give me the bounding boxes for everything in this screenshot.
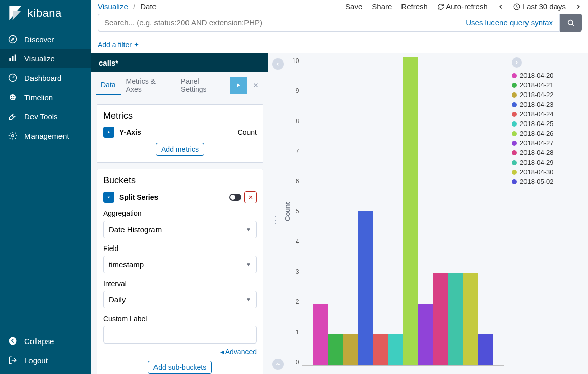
svg-point-8 [13,96,14,97]
dashboard-icon [8,73,17,82]
legend-item[interactable]: 2018-04-22 [512,90,580,100]
refresh-button[interactable]: Refresh [401,2,428,11]
discard-changes-button[interactable] [247,77,264,94]
chart-bar[interactable] [433,273,448,365]
legend-toggle-button[interactable] [512,57,522,68]
chart-bar[interactable] [358,211,373,365]
legend-color-dot [512,112,517,117]
breadcrumb: Visualize / Date [98,2,157,11]
sidebar-item-timelion[interactable]: Timelion [0,87,91,107]
sidebar-label: Dashboard [24,74,61,82]
custom-label-input[interactable] [103,326,257,344]
logo[interactable]: kibana [0,0,91,26]
sidebar-item-visualize[interactable]: Visualize [0,49,91,68]
tab-data[interactable]: Data [96,76,121,95]
share-button[interactable]: Share [372,2,392,11]
bucket-delete-button[interactable] [244,191,257,203]
search-input[interactable] [104,18,461,27]
metrics-title: Metrics [103,111,257,121]
chart-bar[interactable] [463,273,479,365]
svg-point-10 [9,337,17,345]
legend-color-dot [512,160,517,165]
add-filter-button[interactable]: Add a filter [98,41,139,49]
chevron-down-icon: ▼ [246,297,251,302]
main: Visualize / Date Save Share Refresh Auto… [91,0,588,374]
sidebar-item-discover[interactable]: Discover [0,29,91,49]
save-button[interactable]: Save [345,2,362,11]
legend-item[interactable]: 2018-04-28 [512,148,580,158]
index-pattern-title: calls* [91,53,268,72]
panel-collapse-left[interactable] [272,58,284,70]
config-body: Metrics Y-Axis Count Add metrics Buckets [91,99,268,374]
legend-item[interactable]: 2018-04-25 [512,119,580,129]
legend-item[interactable]: 2018-04-30 [512,167,580,177]
chart-bar[interactable] [313,304,328,365]
chart-bar[interactable] [328,334,343,365]
interval-select[interactable]: Daily ▼ [103,291,257,308]
gear-icon [8,131,17,140]
breadcrumb-root[interactable]: Visualize [98,2,128,11]
svg-marker-17 [237,83,240,87]
auto-refresh-button[interactable]: Auto-refresh [437,2,488,11]
metric-toggle[interactable] [103,127,114,138]
legend-color-dot [512,179,517,184]
apply-changes-button[interactable] [230,77,247,94]
legend-item[interactable]: 2018-04-26 [512,129,580,138]
sidebar-item-dashboard[interactable]: Dashboard [0,68,91,87]
legend-color-dot [512,170,517,175]
advanced-toggle[interactable]: ◂ Advanced [103,348,257,356]
legend-item[interactable]: 2018-04-21 [512,80,580,90]
custom-label-label: Custom Label [103,315,257,323]
caret-down-icon [107,195,111,199]
search-box[interactable]: Uses lucene query syntax [98,14,560,32]
svg-marker-21 [108,197,110,198]
legend-item[interactable]: 2018-04-20 [512,71,580,80]
bucket-toggle[interactable] [103,192,114,203]
legend-item[interactable]: 2018-04-23 [512,100,580,109]
chart-bar[interactable] [448,273,463,365]
aggregation-select[interactable]: Date Histogram ▼ [103,221,257,238]
chart-panel: ⋮ Count 109876543210 2018-04-202018-0 [268,53,588,374]
add-sub-buckets-button[interactable]: Add sub-buckets [148,361,212,374]
legend-color-dot [512,131,517,136]
sidebar-collapse[interactable]: Collapse [0,331,91,351]
tab-panel-settings[interactable]: Panel Settings [176,72,230,99]
legend-item[interactable]: 2018-05-02 [512,177,580,186]
panel-options-button[interactable]: ⋮ [271,214,281,225]
bucket-enable-switch[interactable] [229,194,241,201]
legend-item[interactable]: 2018-04-29 [512,158,580,167]
tab-metrics-axes[interactable]: Metrics & Axes [121,72,176,99]
field-select[interactable]: timestamp ▼ [103,256,257,273]
chart-bar[interactable] [403,57,418,365]
chart-bar[interactable] [373,334,388,365]
sidebar-item-management[interactable]: Management [0,126,91,145]
svg-marker-1 [11,38,14,41]
legend-item[interactable]: 2018-04-27 [512,138,580,148]
legend-label: 2018-04-21 [520,81,554,89]
sidebar-label: Discover [24,35,54,44]
chart-bar[interactable] [343,334,358,365]
sidebar-item-devtools[interactable]: Dev Tools [0,107,91,126]
close-icon [253,82,259,88]
chart-bar[interactable] [478,334,493,365]
split-series-label: Split Series [119,193,158,201]
metrics-card: Metrics Y-Axis Count Add metrics [97,104,263,163]
lucene-syntax-link[interactable]: Uses lucene query syntax [466,18,553,27]
time-prev-button[interactable] [497,2,504,11]
chart-bar[interactable] [418,304,434,365]
content: calls* Data Metrics & Axes Panel Setting… [91,53,588,374]
field-label: Field [103,244,257,253]
y-axis-title: Count [283,57,292,366]
panel-collapse-up[interactable] [272,359,284,370]
time-next-button[interactable] [575,2,582,11]
time-range-button[interactable]: Last 30 days [513,2,566,11]
caret-right-icon [107,130,111,134]
chart-bar[interactable] [388,334,404,365]
legend-label: 2018-04-20 [520,72,554,79]
legend-item[interactable]: 2018-04-24 [512,109,580,119]
sidebar-logout[interactable]: Logout [0,351,91,370]
legend-color-dot [512,73,517,78]
search-submit-button[interactable] [560,14,582,32]
add-metrics-button[interactable]: Add metrics [156,143,204,156]
legend-label: 2018-04-23 [520,101,554,108]
